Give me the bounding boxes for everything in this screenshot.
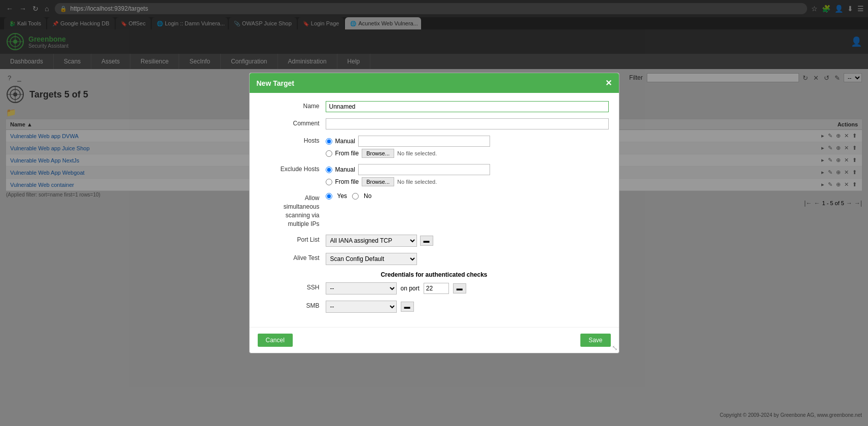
port-list-content: All IANA assigned TCP ▬ — [326, 235, 609, 247]
on-port-label: on port — [401, 285, 420, 292]
scan-no-label: No — [364, 192, 371, 200]
modal-title: New Target — [257, 79, 294, 87]
smb-select[interactable]: -- — [326, 301, 397, 313]
exclude-hosts-content: Manual From file Browse... No file selec… — [326, 164, 609, 186]
port-list-controls: All IANA assigned TCP ▬ — [326, 235, 609, 247]
exclude-hosts-label: Exclude Hosts — [260, 164, 326, 173]
hosts-no-file-text: No file selected. — [397, 150, 437, 156]
scan-no-radio[interactable] — [352, 193, 359, 200]
smb-controls: -- ▬ — [326, 301, 609, 313]
ssh-content: -- on port ▬ — [326, 282, 609, 294]
hosts-manual-row: Manual — [326, 136, 609, 147]
comment-label: Comment — [260, 118, 326, 127]
alive-test-row: Alive Test Scan Config Default — [260, 253, 609, 265]
ssh-label: SSH — [260, 282, 326, 291]
ssh-controls: -- on port ▬ — [326, 282, 609, 294]
hosts-file-label: From file — [335, 150, 359, 157]
allow-scanning-row: Allowsimultaneousscanning viamultiple IP… — [260, 192, 609, 228]
hosts-browse-button[interactable]: Browse... — [362, 149, 394, 158]
exclude-browse-button[interactable]: Browse... — [362, 177, 394, 186]
comment-content — [326, 118, 609, 129]
hosts-manual-label: Manual — [335, 138, 355, 145]
exclude-file-radio[interactable] — [326, 179, 332, 185]
alive-test-content: Scan Config Default — [326, 253, 609, 265]
exclude-file-row: From file Browse... No file selected. — [326, 177, 609, 186]
resize-handle[interactable]: ⤡ — [612, 344, 618, 352]
alive-test-label: Alive Test — [260, 253, 326, 261]
modal-close-button[interactable]: ✕ — [605, 78, 612, 88]
exclude-hosts-row: Exclude Hosts Manual From file Browse...… — [260, 164, 609, 186]
hosts-content: Manual From file Browse... No file selec… — [326, 136, 609, 158]
smb-new-button[interactable]: ▬ — [401, 302, 414, 312]
ssh-select[interactable]: -- — [326, 282, 397, 294]
smb-row-container: SMB -- ▬ — [260, 301, 609, 313]
modal-body: Name Comment Hosts Manual — [250, 93, 619, 326]
port-list-select[interactable]: All IANA assigned TCP — [326, 235, 417, 247]
port-list-label: Port List — [260, 235, 326, 243]
yes-no-row: Yes No — [326, 192, 609, 200]
name-row: Name — [260, 101, 609, 112]
scan-yes-label: Yes — [337, 192, 348, 200]
modal-overlay: New Target ✕ Name Comment Hosts — [0, 0, 868, 426]
modal-header: New Target ✕ — [250, 73, 619, 93]
hosts-file-row: From file Browse... No file selected. — [326, 149, 609, 158]
credentials-section-label: Credentials for authenticated checks — [260, 271, 609, 278]
new-target-modal: New Target ✕ Name Comment Hosts — [249, 73, 619, 353]
comment-input[interactable] — [326, 118, 609, 129]
hosts-label: Hosts — [260, 136, 326, 144]
name-input[interactable] — [326, 101, 609, 112]
allow-scanning-label: Allowsimultaneousscanning viamultiple IP… — [260, 192, 326, 228]
exclude-manual-radio[interactable] — [326, 167, 332, 173]
exclude-manual-input[interactable] — [358, 164, 490, 175]
name-content — [326, 101, 609, 112]
exclude-file-label: From file — [335, 178, 359, 185]
port-list-row: Port List All IANA assigned TCP ▬ — [260, 235, 609, 247]
exclude-manual-label: Manual — [335, 166, 355, 173]
allow-scanning-content: Yes No — [326, 192, 609, 200]
hosts-manual-input[interactable] — [358, 136, 490, 147]
cancel-button[interactable]: Cancel — [258, 334, 293, 347]
ssh-port-input[interactable] — [424, 283, 449, 294]
ssh-row-container: SSH -- on port ▬ — [260, 282, 609, 294]
exclude-no-file-text: No file selected. — [397, 179, 437, 185]
smb-content: -- ▬ — [326, 301, 609, 313]
ssh-new-button[interactable]: ▬ — [453, 283, 466, 293]
name-label: Name — [260, 101, 326, 110]
smb-label: SMB — [260, 301, 326, 309]
port-list-new-button[interactable]: ▬ — [420, 236, 433, 246]
scan-yes-radio[interactable] — [326, 193, 332, 200]
save-button[interactable]: Save — [580, 334, 610, 347]
modal-footer: Cancel Save — [250, 327, 619, 353]
hosts-file-radio[interactable] — [326, 150, 332, 157]
exclude-manual-row: Manual — [326, 164, 609, 175]
hosts-manual-radio[interactable] — [326, 138, 332, 145]
hosts-row: Hosts Manual From file Browse... No file… — [260, 136, 609, 158]
comment-row: Comment — [260, 118, 609, 129]
alive-test-select[interactable]: Scan Config Default — [326, 253, 417, 265]
